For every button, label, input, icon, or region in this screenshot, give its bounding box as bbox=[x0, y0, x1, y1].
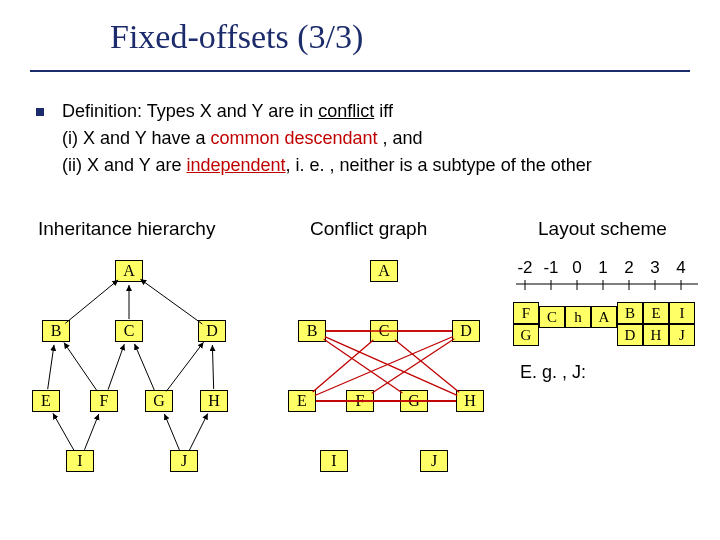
inh-node-F: F bbox=[90, 390, 118, 412]
svg-line-5 bbox=[108, 344, 124, 390]
definition-text: Definition: Types X and Y are in conflic… bbox=[62, 98, 592, 179]
cell-E: E bbox=[643, 302, 669, 324]
inh-node-D: D bbox=[198, 320, 226, 342]
inh-node-I: I bbox=[66, 450, 94, 472]
svg-line-22 bbox=[324, 339, 403, 393]
conf-node-E: E bbox=[288, 390, 316, 412]
conf-node-B: B bbox=[298, 320, 326, 342]
svg-line-4 bbox=[64, 343, 97, 392]
def-independent: independent bbox=[186, 155, 285, 175]
svg-line-12 bbox=[189, 414, 207, 451]
cell-J: J bbox=[669, 324, 695, 346]
cell-B: B bbox=[617, 302, 643, 324]
scale-n1: -1 bbox=[538, 258, 564, 278]
cell-H: H bbox=[643, 324, 669, 346]
inh-node-G: G bbox=[145, 390, 173, 412]
def-common-descendant: common descendant bbox=[210, 128, 377, 148]
inh-node-B: B bbox=[42, 320, 70, 342]
conf-node-I: I bbox=[320, 450, 348, 472]
cell-D: D bbox=[617, 324, 643, 346]
svg-line-6 bbox=[135, 344, 155, 390]
conf-node-J: J bbox=[420, 450, 448, 472]
svg-line-0 bbox=[65, 280, 118, 323]
label-inheritance: Inheritance hierarchy bbox=[38, 218, 215, 240]
conf-node-F: F bbox=[346, 390, 374, 412]
scale-3: 3 bbox=[642, 258, 668, 278]
scale-2: 2 bbox=[616, 258, 642, 278]
inh-node-H: H bbox=[200, 390, 228, 412]
scale-1: 1 bbox=[590, 258, 616, 278]
svg-line-23 bbox=[325, 337, 457, 396]
label-conflict: Conflict graph bbox=[310, 218, 427, 240]
page-title: Fixed-offsets (3/3) bbox=[110, 18, 363, 56]
title-underline bbox=[30, 70, 690, 72]
svg-line-24 bbox=[313, 340, 374, 392]
def-line-i-a: (i) X and Y have a bbox=[62, 128, 210, 148]
svg-line-3 bbox=[48, 345, 54, 389]
svg-line-10 bbox=[84, 414, 98, 450]
scale-n2: -2 bbox=[512, 258, 538, 278]
scale-4: 4 bbox=[668, 258, 694, 278]
svg-line-26 bbox=[315, 336, 453, 395]
def-line-i-b: , and bbox=[378, 128, 423, 148]
bullet-icon bbox=[36, 108, 44, 116]
cell-G: G bbox=[513, 324, 539, 346]
conf-node-G: G bbox=[400, 390, 428, 412]
inh-node-C: C bbox=[115, 320, 143, 342]
scale-0: 0 bbox=[564, 258, 590, 278]
svg-line-27 bbox=[372, 339, 455, 394]
scale-numbers: -2-101234 bbox=[512, 258, 694, 278]
conf-node-C: C bbox=[370, 320, 398, 342]
cell-C: C bbox=[539, 306, 565, 328]
inh-node-J: J bbox=[170, 450, 198, 472]
cell-F: F bbox=[513, 302, 539, 324]
cell-I: I bbox=[669, 302, 695, 324]
label-layout: Layout scheme bbox=[538, 218, 667, 240]
def-iff: iff bbox=[374, 101, 393, 121]
conf-node-D: D bbox=[452, 320, 480, 342]
inh-node-A: A bbox=[115, 260, 143, 282]
inh-node-E: E bbox=[32, 390, 60, 412]
def-line-ii-b: , i. e. , neither is a subtype of the ot… bbox=[286, 155, 592, 175]
def-line-ii-a: (ii) X and Y are bbox=[62, 155, 186, 175]
conf-node-A: A bbox=[370, 260, 398, 282]
svg-line-8 bbox=[212, 345, 213, 389]
cell-A: A bbox=[591, 306, 617, 328]
cell-h: h bbox=[565, 306, 591, 328]
svg-line-11 bbox=[164, 414, 179, 450]
svg-line-25 bbox=[395, 340, 459, 392]
example-label: E. g. , J: bbox=[520, 362, 586, 383]
svg-line-9 bbox=[53, 413, 74, 450]
conf-node-H: H bbox=[456, 390, 484, 412]
def-lead: Definition: Types X and Y are in bbox=[62, 101, 318, 121]
svg-line-2 bbox=[140, 279, 202, 324]
def-conflict: conflict bbox=[318, 101, 374, 121]
svg-line-7 bbox=[166, 342, 203, 391]
